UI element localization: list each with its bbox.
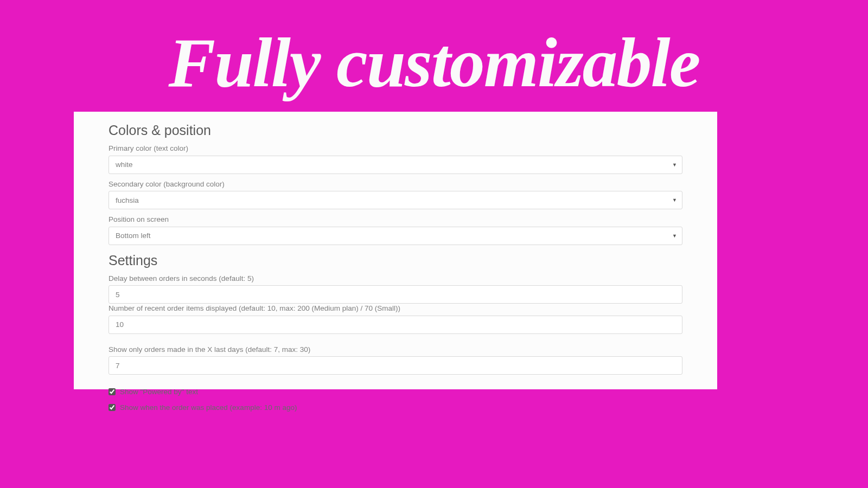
timestamp-checkbox[interactable] bbox=[108, 404, 116, 411]
section-heading-settings: Settings bbox=[108, 253, 682, 268]
delay-input[interactable] bbox=[108, 285, 682, 304]
days-label: Show only orders made in the X last days… bbox=[108, 345, 682, 355]
secondary-color-select-wrap: fuchsia ▼ bbox=[108, 191, 682, 209]
primary-color-label: Primary color (text color) bbox=[108, 144, 682, 153]
position-select[interactable]: Bottom left bbox=[108, 227, 682, 245]
position-label: Position on screen bbox=[108, 215, 682, 224]
powered-by-checkbox[interactable] bbox=[108, 388, 116, 395]
primary-color-select-wrap: white ▼ bbox=[108, 156, 682, 174]
count-label: Number of recent order items displayed (… bbox=[108, 304, 682, 313]
secondary-color-select[interactable]: fuchsia bbox=[108, 191, 682, 209]
section-heading-colors: Colors & position bbox=[108, 123, 682, 138]
count-input[interactable] bbox=[108, 316, 682, 334]
timestamp-label: Show when the order was placed (example:… bbox=[120, 403, 297, 412]
hero-title: Fully customizable bbox=[0, 0, 868, 98]
position-select-wrap: Bottom left ▼ bbox=[108, 227, 682, 245]
days-input[interactable] bbox=[108, 356, 682, 375]
delay-label: Delay between orders in seconds (default… bbox=[108, 274, 682, 284]
primary-color-select[interactable]: white bbox=[108, 156, 682, 174]
settings-panel: Colors & position Primary color (text co… bbox=[74, 112, 717, 389]
powered-by-row: Show "Powered by" text bbox=[108, 388, 682, 396]
powered-by-label: Show "Powered by" text bbox=[120, 388, 198, 396]
timestamp-row: Show when the order was placed (example:… bbox=[108, 403, 682, 412]
secondary-color-label: Secondary color (background color) bbox=[108, 179, 682, 189]
